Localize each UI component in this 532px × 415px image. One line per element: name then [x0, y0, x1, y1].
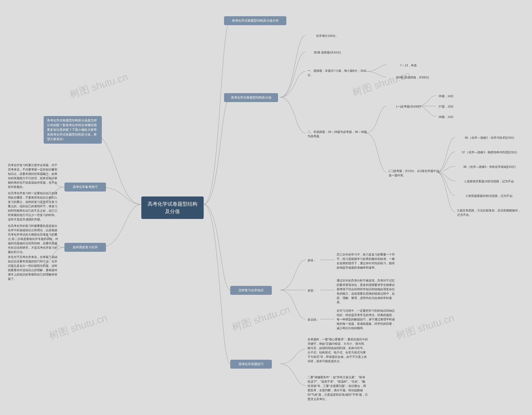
leaf-bkt-b: 27题，15分 — [437, 104, 454, 110]
watermark: 树图 shutu.cn — [47, 311, 109, 343]
watermark: 树图 shutu.cn — [68, 70, 129, 101]
root-node[interactable]: 高考化学试卷题型结构及分值 — [141, 196, 204, 219]
leaf-sec1-a: 7～13，单选 — [387, 62, 428, 68]
leaf-zongjie-k: 多总结： — [305, 317, 319, 323]
leaf-xkt: (二)选考题：共15分。从3道化学题中任选一题作答。 — [387, 168, 441, 178]
leaf-dati-a: 在答题时，一要"细心看要求"：要抓住题目中的关键字，例如"正确与错误、大与小、强… — [305, 336, 368, 364]
leaf-gaoxiao-b: 并且对于高考化学来说，在掌握了基础知识后还要有答题的技巧和方法，化学试题总是会出… — [6, 254, 60, 282]
node-fenbu[interactable]: 高考化学试卷题型结构及分值分布 — [224, 16, 286, 25]
leaf-xkt-a: 36.［化学—选修2：化学与技术](15分) — [455, 135, 522, 141]
connector-layer — [0, 0, 532, 415]
leaf-beikao-a: 高考化学复习时要注意学会审题，对于高考来说，不但要掌握一定的知识量和知识点，还要… — [6, 162, 60, 190]
leaf-xkt-d: 1.选择填空看题15秒没思路，记为不会; — [455, 178, 522, 184]
leaf-xkt-f: 3.题目有思路，方法比较复杂，且没把握能做对，记为不会。 — [455, 208, 522, 218]
node-fuxi[interactable]: 怎样复习化学知识 — [230, 286, 272, 295]
node-gaoxiao[interactable]: 如何高效复习化学 — [64, 243, 106, 252]
leaf-beikao-b: 在高考化学复习时一定要知识自己的薄弱处在哪里，不要将所有知识点都列入复习的重点，… — [6, 190, 60, 222]
leaf-xkt-b: 37.［化学—选修3：物质结构与性质](15分) — [455, 149, 522, 155]
leaf-bkt-c: 28题，14分 — [437, 114, 454, 120]
leaf-dati-b: 二要"准确看条件"：如"所有主族元素"、"标准状况下"、"温度不变"、"室温时"… — [305, 374, 368, 402]
leaf-xiang-k: 多想： — [305, 288, 316, 294]
leaf-bkt-a: 26题，14分 — [437, 93, 454, 99]
leaf-zongjie-v: 在学习过程中，一定要把学习到的知识归纳总结好。特别是高考常见的考法，经典的题型，… — [335, 308, 397, 331]
leaf-sec1: 一、选择题：本题共7小题，每小题6分，共42分。 — [305, 68, 368, 78]
intro-box[interactable]: 高考化学试卷题型结构及分值是怎样分布的呢？新高考化学科目有哪些需要多加注意的呢？… — [44, 116, 102, 144]
leaf-xkt-e: 2.简答题看题30秒没思路，记为不会; — [455, 193, 522, 199]
leaf-juan1: 第I卷 选择题(共42分) — [305, 49, 347, 56]
leaf-gaoxiao-a: 在高考化学的复习时最重要的是提炼出化学中的基础知识点和理论，以及根据高考化学考试… — [6, 223, 60, 255]
leaf-full: 化学满分100分。 — [305, 33, 347, 39]
node-beikao[interactable]: 高考化学备考技巧 — [64, 183, 106, 192]
node-dati[interactable]: 高考化学答题技巧 — [230, 360, 272, 369]
leaf-sec2: 二、非选择题：26～28题为必考题，36～38题为选考题。 — [305, 129, 368, 139]
leaf-lian-k: 多练： — [305, 257, 316, 263]
watermark: 树图 shutu.cn — [394, 311, 456, 343]
leaf-xiang-v: 通过近年的高考分析不难发现，高考对于记忆的要求逐渐淡化，更多的强调要求学生能够在… — [335, 278, 397, 305]
node-struct[interactable]: 高考化学试卷题型结构及分值 — [224, 93, 278, 102]
leaf-bkt: (一)必考题(共43分) — [387, 104, 428, 110]
leaf-xkt-c: 38.［化学—选修5：有机化学基础](15分) — [455, 164, 522, 170]
leaf-sec1-b: 第II卷(非选择题，共58分) — [387, 74, 437, 80]
leaf-lian-v: 高三全年的学习中，练习是复习的重要一个环节，练习是检验学习效果的最好的标准。一般… — [335, 251, 397, 271]
watermark: 树图 shutu.cn — [230, 303, 292, 334]
